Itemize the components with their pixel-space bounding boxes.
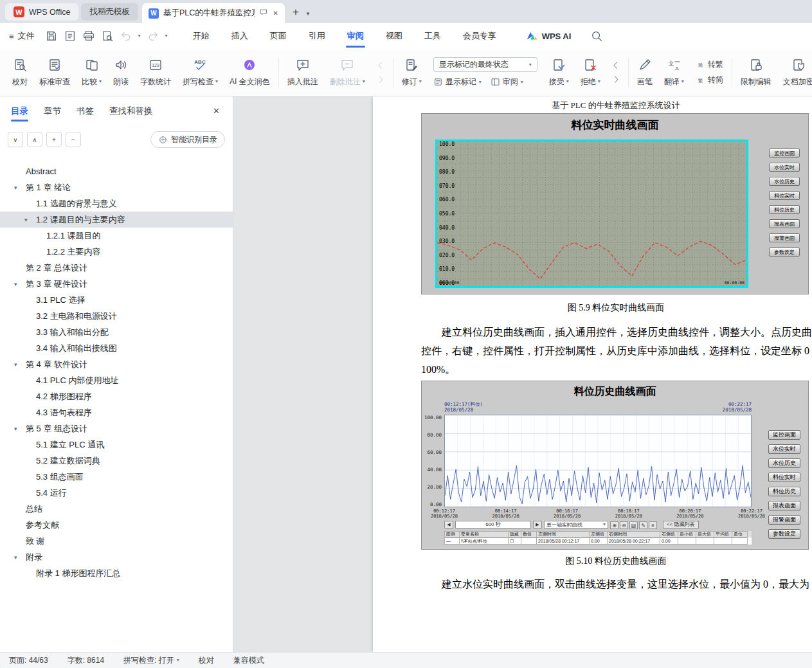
toc-item[interactable]: 1.2.2 主要内容	[0, 244, 233, 260]
toc-item[interactable]: 3.3 输入和输出分配	[0, 324, 233, 340]
trend-tool-icon[interactable]: ⊖	[620, 521, 628, 529]
print-preview-icon[interactable]	[101, 30, 114, 42]
accept-button[interactable]: 接受▾	[543, 58, 575, 87]
scada-button[interactable]: 监控画面	[768, 430, 800, 440]
hide-list-button[interactable]: << 隐藏列表	[663, 521, 699, 528]
expand-icon[interactable]: ▾	[14, 554, 17, 561]
toc-item[interactable]: 第 2 章 总体设计	[0, 260, 233, 276]
scada-button[interactable]: 料位历史	[769, 205, 800, 214]
file-menu-button[interactable]: ≡ 文件	[9, 30, 35, 42]
to-traditional-button[interactable]: 简 转繁	[696, 59, 723, 70]
toc-item[interactable]: 附录 1 梯形图程序汇总	[0, 565, 233, 581]
tab-list-chevron-icon[interactable]: ▾	[307, 10, 310, 17]
toc-item[interactable]: ▾第 5 章 组态设计	[0, 420, 233, 437]
ai-polish-button[interactable]: AI 全文润色	[224, 58, 276, 87]
scada-button[interactable]: 报表画面	[769, 219, 800, 228]
toc-item[interactable]: 参考文献	[0, 517, 233, 533]
trend-tool-icon[interactable]: ✎	[639, 521, 647, 529]
template-tab[interactable]: 找稻壳模板	[81, 3, 138, 21]
toc-item[interactable]: ▾附录	[0, 549, 233, 565]
scada-button[interactable]: 料位实时	[769, 191, 800, 200]
redo-chevron-icon[interactable]: ▾	[165, 33, 168, 39]
menu-tab[interactable]: 页面	[259, 23, 298, 49]
proofread-button[interactable]: 校对	[6, 58, 33, 87]
trend-tool-icon[interactable]: ≡	[649, 521, 657, 529]
toc-item[interactable]: 4.3 语句表程序	[0, 404, 233, 420]
menu-tab[interactable]: 引用	[298, 23, 336, 49]
expand-icon[interactable]: ▾	[24, 217, 28, 223]
figure-5-10[interactable]: 料位历史曲线画面 00:12:17(料位)2018/05/28 00:22:17…	[421, 381, 809, 550]
minus-icon[interactable]: −	[66, 132, 81, 147]
marks-state-dropdown[interactable]: 显示标记的最终状态▾	[433, 57, 537, 72]
scada-button[interactable]: 报警画面	[768, 515, 800, 525]
scroll-right-button[interactable]: ▶	[533, 521, 542, 528]
expand-icon[interactable]: ▾	[14, 281, 17, 287]
previous-change-icon[interactable]	[609, 60, 622, 71]
save-icon[interactable]	[45, 30, 58, 42]
scada-button[interactable]: 参数设定	[769, 248, 800, 257]
close-tab-icon[interactable]: ✕	[273, 10, 278, 17]
to-simplified-button[interactable]: 繁 转简	[696, 75, 723, 86]
expand-icon[interactable]: ▾	[14, 185, 17, 191]
menu-tab[interactable]: 会员专享	[452, 23, 507, 49]
spell-check-button[interactable]: ABC 拼写检查▾	[177, 58, 224, 87]
scada-button[interactable]: 水位历史	[768, 458, 800, 468]
menu-tab[interactable]: 审阅	[336, 23, 375, 49]
encrypt-button[interactable]: 文档加密	[777, 58, 812, 87]
sidebar-tab[interactable]: 书签	[77, 96, 94, 126]
previous-comment-icon[interactable]	[374, 60, 387, 71]
toc-item[interactable]: 5.1 建立 PLC 通讯	[0, 437, 233, 453]
toc-item[interactable]: Abstract	[0, 163, 233, 179]
insert-comment-button[interactable]: 插入批注	[282, 58, 324, 87]
undo-icon[interactable]	[120, 30, 132, 42]
menu-tab[interactable]: 开始	[182, 23, 221, 49]
scroll-left-button[interactable]: ◀	[444, 521, 453, 528]
standard-review-button[interactable]: 标准审查	[33, 58, 76, 87]
interval-field[interactable]: 600 秒	[455, 521, 531, 528]
sidebar-tab[interactable]: 目录	[11, 96, 28, 126]
scada-button[interactable]: 报警画面	[769, 233, 800, 242]
toc-item[interactable]: 5.3 组态画面	[0, 469, 233, 485]
document-tab[interactable]: W 基于PLC的牛蛙养殖监控系统 ✕	[142, 3, 285, 23]
scada-button[interactable]: 报表画面	[768, 501, 800, 510]
toc-item[interactable]: 3.1 PLC 选择	[0, 292, 233, 308]
plus-icon[interactable]: +	[46, 132, 62, 147]
scada-button[interactable]: 水位实时	[768, 444, 800, 454]
show-marks-button[interactable]: 显示标记▾	[433, 77, 482, 87]
chevron-down-icon[interactable]: ∨	[8, 132, 23, 147]
translate-button[interactable]: 文A 翻译▾	[658, 58, 690, 87]
toc-item[interactable]: 4.2 梯形图程序	[0, 388, 233, 404]
scada-button[interactable]: 水位实时	[769, 163, 800, 172]
toc-item[interactable]: 5.2 建立数据词典	[0, 453, 233, 469]
figure-5-9[interactable]: 料位实时曲线画面 100.0090.0080.0070.0060.0050.00…	[421, 113, 809, 294]
toc-item[interactable]: 5.4 运行	[0, 485, 233, 501]
delete-comment-button[interactable]: 删除批注▾	[324, 58, 371, 87]
expand-icon[interactable]: ▾	[14, 426, 17, 432]
restrict-edit-button[interactable]: 限制编辑	[735, 58, 777, 87]
compare-button[interactable]: 比较▾	[76, 58, 107, 87]
scada-button[interactable]: 监控画面	[769, 149, 800, 158]
read-aloud-button[interactable]: 朗读	[107, 58, 134, 87]
close-sidebar-icon[interactable]: ✕	[213, 106, 220, 116]
next-change-icon[interactable]	[609, 74, 622, 85]
toc-item[interactable]: 1.2.1 课题目的	[0, 228, 233, 244]
smart-toc-button[interactable]: 智能识别目录	[150, 131, 225, 148]
redo-icon[interactable]	[147, 30, 159, 42]
scada-button[interactable]: 水位历史	[769, 177, 800, 186]
toc-item[interactable]: 3.4 输入和输出接线图	[0, 340, 233, 356]
track-changes-button[interactable]: 修订▾	[396, 58, 428, 87]
toc-item[interactable]: 1.1 选题的背景与意义	[0, 195, 233, 212]
word-count-button[interactable]: 123 字数统计	[134, 58, 177, 87]
toc-item[interactable]: ▾第 3 章 硬件设计	[0, 276, 233, 292]
review-pane-button[interactable]: 审阅▾	[491, 77, 523, 87]
undo-chevron-icon[interactable]: ▾	[138, 33, 141, 39]
toc-item[interactable]: ▾1.2 课题目的与主要内容	[0, 212, 233, 228]
menu-tab[interactable]: 插入	[221, 23, 259, 49]
reject-button[interactable]: 拒绝▾	[575, 58, 606, 87]
new-tab-button[interactable]: +	[293, 6, 299, 19]
print-icon[interactable]	[82, 30, 95, 42]
chevron-up-icon[interactable]: ∧	[27, 132, 42, 147]
toc-item[interactable]: 总结	[0, 501, 233, 517]
wps-home-tab[interactable]: W WPS Office	[5, 3, 78, 21]
status-item[interactable]: 拼写检查: 打开▾	[123, 655, 179, 666]
